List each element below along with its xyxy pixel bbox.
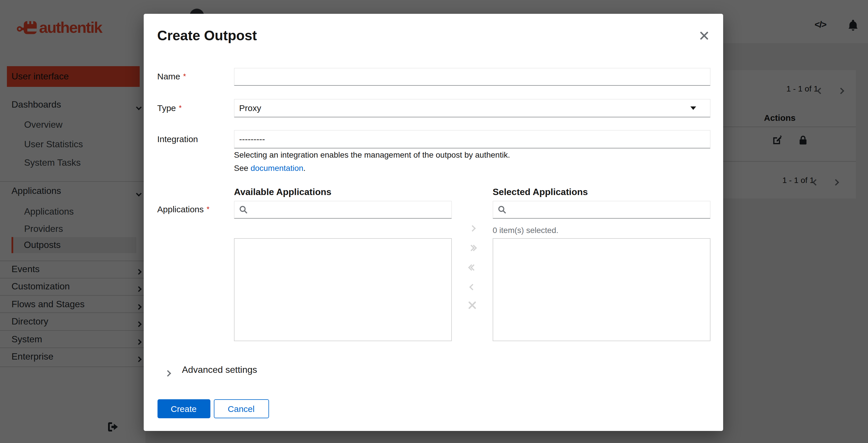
create-button[interactable]: Create (157, 399, 210, 418)
integration-help-see: See documentation. (234, 164, 306, 173)
available-search-input[interactable] (251, 201, 451, 218)
selected-count-label: 0 item(s) selected. (493, 226, 558, 235)
type-select[interactable]: Proxy (234, 99, 711, 117)
screen: </> authentik (0, 0, 868, 443)
integration-help-text: Selecting an integration enables the man… (234, 151, 510, 159)
clear-selection-icon[interactable] (464, 301, 480, 311)
caret-down-icon (690, 107, 696, 110)
advanced-settings-toggle[interactable]: Advanced settings (182, 365, 257, 375)
required-marker: * (207, 205, 210, 213)
integration-label: Integration (157, 135, 198, 144)
selected-search (493, 201, 711, 218)
type-label: Type* (157, 103, 182, 113)
available-search (234, 201, 452, 218)
cancel-button[interactable]: Cancel (214, 399, 269, 418)
close-icon[interactable] (698, 30, 710, 42)
move-selected-left-button[interactable] (464, 283, 480, 291)
chevron-right-icon[interactable] (165, 367, 170, 378)
selected-applications-title: Selected Applications (493, 187, 588, 197)
name-input[interactable] (234, 68, 711, 86)
available-applications-title: Available Applications (234, 187, 331, 197)
selected-applications-listbox[interactable] (493, 238, 711, 341)
applications-label: Applications* (157, 205, 210, 214)
modal-title: Create Outpost (157, 28, 257, 44)
integration-select[interactable]: --------- (234, 130, 711, 148)
create-outpost-modal: Create Outpost Name* Type* Proxy Integra… (144, 14, 723, 431)
type-select-value: Proxy (239, 103, 261, 113)
selected-search-input[interactable] (510, 201, 710, 218)
documentation-link[interactable]: documentation (251, 164, 304, 173)
move-selected-right-button[interactable] (464, 224, 480, 232)
available-applications-listbox[interactable] (234, 238, 452, 341)
move-all-left-button[interactable] (464, 263, 480, 271)
search-icon (498, 205, 506, 214)
name-label: Name* (157, 72, 186, 81)
required-marker: * (179, 103, 182, 112)
search-icon (239, 205, 248, 214)
integration-select-value: --------- (239, 134, 265, 144)
required-marker: * (183, 72, 186, 81)
move-all-right-button[interactable] (464, 243, 480, 252)
